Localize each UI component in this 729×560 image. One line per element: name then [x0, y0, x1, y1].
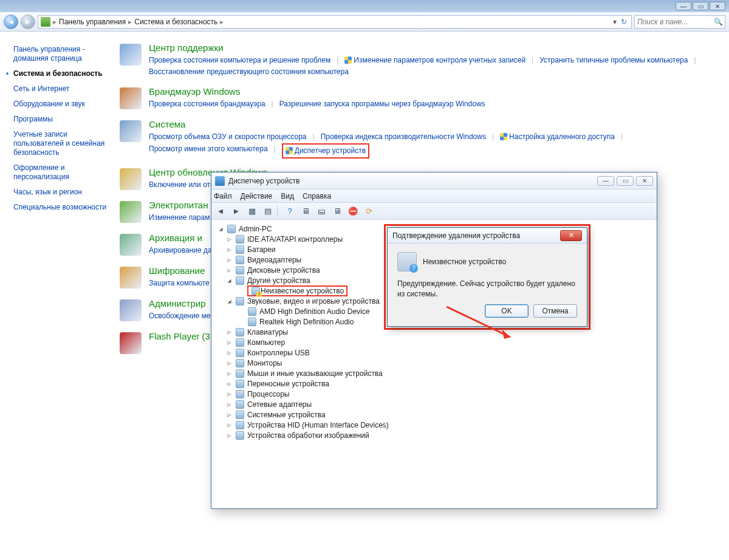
- tb-update-driver-icon[interactable]: 🖴: [315, 205, 328, 218]
- expander-icon[interactable]: ◢: [217, 225, 224, 232]
- dm-menu-файл[interactable]: Файл: [214, 192, 232, 200]
- expander-icon[interactable]: ▷: [226, 380, 233, 387]
- category-link[interactable]: Проверка индекса производительности Wind…: [321, 131, 486, 143]
- tb-help-icon[interactable]: ?: [283, 205, 296, 218]
- category-link[interactable]: Просмотр объема ОЗУ и скорости процессор…: [149, 131, 307, 143]
- category-link[interactable]: Настройка удаленного доступа: [500, 131, 615, 143]
- display-icon: [235, 255, 245, 265]
- sidebar: Панель управления - домашняя страницаСис…: [0, 32, 118, 560]
- category-title[interactable]: Брандмауэр Windows: [149, 86, 723, 97]
- breadcrumb-dropdown-icon[interactable]: ▾: [613, 18, 617, 26]
- category-link[interactable]: Изменение парам: [149, 212, 210, 224]
- category-link[interactable]: Освобождение ме: [149, 310, 211, 322]
- device-node[interactable]: ▷Устройства HID (Human Interface Devices…: [225, 420, 657, 430]
- device-manager-titlebar[interactable]: Диспетчер устройств — ▭ ✕: [211, 172, 657, 190]
- device-node[interactable]: ▷Сетевые адаптеры: [225, 399, 657, 409]
- category-title[interactable]: Центр поддержки: [149, 43, 723, 53]
- breadcrumb-item-1[interactable]: Система и безопасность: [134, 18, 217, 26]
- device-node[interactable]: ▷Компьютер: [225, 337, 657, 347]
- expander-icon[interactable]: ▷: [226, 256, 233, 263]
- dm-menu-действие[interactable]: Действие: [241, 192, 273, 200]
- sidebar-item-1[interactable]: Система и безопасность: [13, 69, 112, 78]
- power-icon: [118, 200, 143, 224]
- expander-icon[interactable]: ▷: [226, 329, 233, 335]
- device-node[interactable]: ▷Мониторы: [225, 358, 657, 368]
- expander-icon[interactable]: ▷: [226, 411, 233, 418]
- dm-close-button[interactable]: ✕: [636, 176, 653, 186]
- expander-icon[interactable]: ▷: [226, 246, 233, 253]
- confirm-titlebar[interactable]: Подтверждение удаления устройства ✕: [388, 228, 587, 244]
- tb-forward-icon[interactable]: ►: [230, 205, 243, 218]
- device-label: Переносные устройства: [247, 380, 329, 388]
- device-label: IDE ATA/ATAPI контроллеры: [247, 235, 343, 244]
- expander-icon[interactable]: ▷: [226, 267, 233, 273]
- tb-disable-icon[interactable]: ⛔: [346, 205, 360, 218]
- expander-icon[interactable]: ▷: [226, 236, 233, 242]
- device-node[interactable]: ▷Процессоры: [225, 389, 657, 399]
- category-link[interactable]: Диспетчер устройств: [286, 146, 366, 155]
- device-label: Сетевые адаптеры: [247, 400, 312, 409]
- device-node[interactable]: ▷Контроллеры USB: [225, 347, 657, 358]
- category-link[interactable]: Защита компьюте: [149, 278, 210, 289]
- expander-icon[interactable]: ▷: [226, 401, 233, 408]
- dm-menu-вид[interactable]: Вид: [281, 192, 294, 200]
- expander-icon[interactable]: ▷: [226, 370, 233, 377]
- confirm-dialog[interactable]: Подтверждение удаления устройства ✕ Неиз…: [387, 227, 587, 327]
- sidebar-item-0[interactable]: Панель управления - домашняя страница: [13, 45, 112, 63]
- category-link[interactable]: Восстановление предшествующего состояния…: [149, 66, 349, 78]
- category-link[interactable]: Изменение параметров контроля учетных за…: [344, 55, 525, 66]
- tb-show-hidden-icon[interactable]: ▦: [245, 205, 259, 218]
- expander-icon[interactable]: ▷: [226, 432, 233, 439]
- expander-icon[interactable]: ▷: [226, 391, 233, 397]
- tb-refresh-icon[interactable]: ⟳: [362, 205, 375, 218]
- category-link[interactable]: Просмотр имени этого компьютера: [149, 143, 268, 159]
- dm-menu-справка[interactable]: Справка: [303, 192, 331, 200]
- category-link[interactable]: Архивирование да: [149, 245, 212, 256]
- sidebar-item-7[interactable]: Часы, язык и регион: [13, 188, 112, 197]
- tb-back-icon[interactable]: ◄: [214, 205, 227, 218]
- tb-properties-icon[interactable]: ▤: [261, 205, 275, 218]
- dm-min-button[interactable]: —: [597, 176, 614, 186]
- speaker-icon: [247, 307, 257, 316]
- control-panel-icon: [41, 17, 50, 27]
- sidebar-item-3[interactable]: Оборудование и звук: [13, 100, 112, 109]
- refresh-icon[interactable]: ↻: [621, 18, 627, 26]
- dm-max-button[interactable]: ▭: [617, 176, 634, 186]
- sidebar-item-4[interactable]: Программы: [13, 115, 112, 124]
- sidebar-item-2[interactable]: Сеть и Интернет: [13, 84, 112, 94]
- device-node[interactable]: ▷Устройства обработки изображений: [225, 430, 657, 440]
- device-manager-window[interactable]: Диспетчер устройств — ▭ ✕ ФайлДействиеВи…: [211, 172, 657, 509]
- search-input[interactable]: [635, 18, 725, 26]
- forward-button[interactable]: ►: [21, 15, 35, 29]
- expander-icon[interactable]: ◢: [226, 277, 233, 284]
- min-button[interactable]: —: [676, 2, 691, 10]
- sidebar-item-6[interactable]: Оформление и персонализация: [13, 163, 112, 182]
- tb-scan-icon[interactable]: 🖥: [299, 205, 312, 218]
- close-button[interactable]: ✕: [710, 2, 725, 10]
- back-button[interactable]: ◄: [4, 15, 18, 29]
- category-title[interactable]: Система: [149, 119, 723, 129]
- expander-icon[interactable]: ◢: [226, 298, 233, 304]
- device-node[interactable]: ▷Системные устройства: [225, 409, 657, 420]
- confirm-ok-button[interactable]: OK: [485, 304, 529, 318]
- category-link[interactable]: Разрешение запуска программы через бранд…: [279, 98, 485, 110]
- category-link[interactable]: Проверка состояния компьютера и решение …: [149, 55, 330, 66]
- sidebar-item-5[interactable]: Учетные записи пользователей и семейная …: [13, 130, 112, 157]
- search-box[interactable]: 🔍: [634, 15, 725, 29]
- sidebar-item-8[interactable]: Специальные возможности: [13, 203, 112, 212]
- breadcrumb[interactable]: ▸ Панель управления ▸ Система и безопасн…: [38, 15, 632, 29]
- expander-icon[interactable]: ▷: [226, 339, 233, 346]
- category-link[interactable]: Проверка состояния брандмауэра: [149, 98, 265, 110]
- search-icon[interactable]: 🔍: [714, 18, 723, 26]
- confirm-cancel-button[interactable]: Отмена: [533, 304, 577, 318]
- device-node[interactable]: ▷Мыши и иные указывающие устройства: [225, 368, 657, 378]
- expander-icon[interactable]: ▷: [226, 360, 233, 366]
- breadcrumb-item-0[interactable]: Панель управления: [59, 18, 126, 26]
- max-button[interactable]: ▭: [693, 2, 708, 10]
- device-node[interactable]: ▷Переносные устройства: [225, 378, 657, 389]
- category-link[interactable]: Устранить типичные проблемы компьютера: [539, 55, 688, 66]
- expander-icon[interactable]: ▷: [226, 349, 233, 356]
- expander-icon[interactable]: ▷: [226, 422, 233, 428]
- confirm-close-button[interactable]: ✕: [560, 230, 582, 241]
- tb-uninstall-icon[interactable]: 🖥: [330, 205, 344, 218]
